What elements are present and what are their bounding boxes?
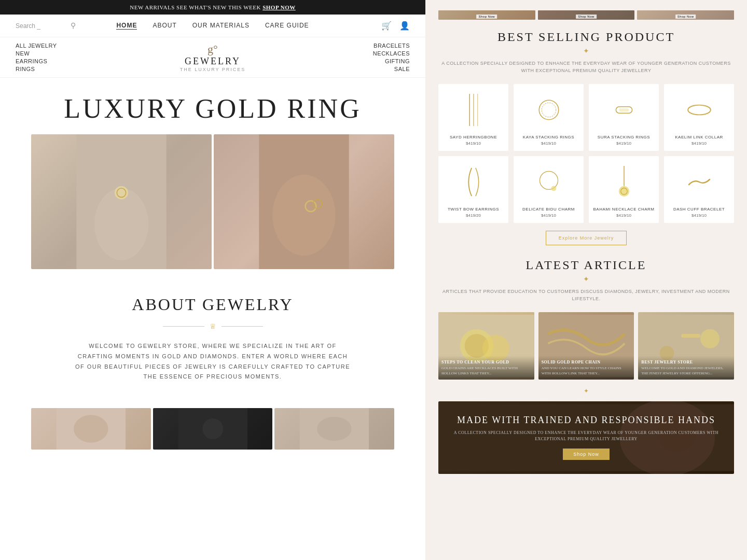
hero-image-right-placeholder: [214, 134, 394, 269]
product-price-1: $419/10: [516, 141, 581, 146]
about-title: ABOUT GEWELRY: [73, 295, 353, 314]
svg-point-26: [618, 186, 629, 197]
article-card-2[interactable]: BEST JEWELRY STORE WELCOME TO GOLD AND D…: [638, 312, 734, 380]
user-icon[interactable]: 👤: [399, 21, 410, 31]
top-shop-card-3: Shop Now: [637, 10, 734, 20]
hero-images: [0, 134, 425, 269]
svg-point-7: [313, 200, 322, 208]
right-links: BRACELETS NECKLACES GIFTING SALE: [373, 43, 410, 72]
product-price-4: $419/20: [441, 213, 506, 218]
nav-sale[interactable]: SALE: [373, 66, 410, 72]
shop-now-label-2[interactable]: Shop Now: [576, 15, 597, 19]
product-card-5[interactable]: DELICATE BIDU CHARM $419/10: [514, 156, 584, 223]
nav-about[interactable]: ABOUT: [153, 22, 176, 30]
svg-rect-4: [259, 134, 349, 269]
nav-bracelets[interactable]: BRACELETS: [373, 43, 410, 49]
product-name-5: DELICATE BIDU CHARM: [516, 207, 581, 212]
top-shop-row: Shop Now Shop Now Shop Now: [438, 10, 734, 20]
bottom-image-2: [153, 408, 273, 450]
product-img-3: [667, 89, 731, 131]
hero-title: LUXURY GOLD RING: [10, 93, 415, 124]
made-overlay: MADE WITH TRAINED AND RESPONSIBLE HANDS …: [438, 401, 734, 474]
latest-article-star: ✦: [438, 275, 734, 284]
explore-btn-wrap: Explore More Jewelry: [438, 231, 734, 245]
shop-now-label-1[interactable]: Shop Now: [476, 15, 497, 19]
product-name-0: SAYD HERRINGBONE: [441, 135, 506, 139]
top-nav: ⚲ HOME ABOUT OUR MATERIALS CARE GUIDE 🛒 …: [0, 15, 425, 37]
product-card-6[interactable]: BAHAMI NECKLACE CHARM $419/10: [589, 156, 659, 223]
product-card-0[interactable]: SAYD HERRINGBONE $419/10: [438, 84, 508, 151]
nav-care[interactable]: CARE GUIDE: [265, 22, 309, 30]
svg-point-2: [115, 186, 128, 200]
article-card-0[interactable]: STEPS TO CLEAN YOUR GOLD GOLD CHAINS ARE…: [438, 312, 534, 380]
shop-now-label-3[interactable]: Shop Now: [675, 15, 696, 19]
secondary-nav: ALL JEWELRY NEW EARRINGS RINGS g° GEWELR…: [0, 37, 425, 78]
left-links: ALL JEWELRY NEW EARRINGS RINGS: [16, 43, 57, 72]
about-text: WELCOME TO GEWELRY STORE, WHERE WE SPECI…: [73, 341, 353, 382]
hero-image-right: [214, 134, 394, 269]
product-img-5: [516, 161, 581, 203]
product-card-3[interactable]: KAELIM LINK COLLAR $419/10: [664, 84, 734, 151]
product-img-0: [441, 89, 506, 131]
logo[interactable]: g° GEWELRY THE LUXURY PRICES: [180, 43, 246, 72]
best-selling-title: BEST SELLING PRODUCT: [438, 30, 734, 44]
svg-point-24: [551, 186, 556, 191]
product-price-7: $419/10: [667, 213, 731, 218]
product-price-0: $419/10: [441, 141, 506, 146]
hero-section: LUXURY GOLD RING: [0, 78, 425, 134]
product-card-1[interactable]: KAYA STACKING RINGS $419/10: [514, 84, 584, 151]
made-shop-now-button[interactable]: Shop Now: [563, 449, 610, 460]
product-price-3: $419/10: [667, 141, 731, 146]
latest-article-title: LATEST ARTICLE: [438, 258, 734, 272]
star-divider: ✦: [438, 387, 734, 395]
article-desc-2: WELCOME TO GOLD AND DIAMOND JEWELERS, TH…: [641, 366, 731, 376]
logo-sub: THE LUXURY PRICES: [180, 67, 246, 72]
bottom-image-3: [274, 408, 394, 450]
product-card-2[interactable]: SURA STACKING RINGS $419/10: [589, 84, 659, 151]
search-icon[interactable]: ⚲: [71, 21, 76, 30]
nav-rings[interactable]: RINGS: [16, 66, 57, 72]
shop-now-link[interactable]: SHOP NOW: [262, 4, 296, 10]
product-name-1: KAYA STACKING RINGS: [516, 135, 581, 139]
right-panel: Shop Now Shop Now Shop Now BEST SELLING …: [425, 0, 747, 560]
svg-point-11: [202, 418, 223, 439]
top-shop-card-2: Shop Now: [538, 10, 635, 20]
nav-new[interactable]: NEW: [16, 50, 57, 57]
product-name-3: KAELIM LINK COLLAR: [667, 135, 731, 139]
product-img-6: [591, 161, 656, 203]
product-card-7[interactable]: DASH CUFF BRACELET $419/10: [664, 156, 734, 223]
svg-point-13: [317, 417, 352, 441]
product-grid: SAYD HERRINGBONE $419/10 KAYA STACKING R…: [438, 84, 734, 223]
product-name-2: SURA STACKING RINGS: [591, 135, 656, 139]
search-area: ⚲: [16, 21, 114, 30]
svg-point-3: [117, 188, 126, 197]
product-price-6: $419/10: [591, 213, 656, 218]
nav-home[interactable]: HOME: [116, 22, 137, 30]
nav-earrings[interactable]: EARRINGS: [16, 58, 57, 64]
article-card-1[interactable]: SOLID GOLD ROPE CHAIN AND YOU CAN LEARN …: [538, 312, 634, 380]
search-input[interactable]: [16, 22, 67, 30]
crown-icon: ♕: [210, 322, 216, 331]
cart-icon[interactable]: 🛒: [381, 21, 392, 31]
made-title: MADE WITH TRAINED AND RESPONSIBLE HANDS: [457, 415, 715, 426]
hero-image-left: [31, 134, 212, 269]
product-img-7: [667, 161, 731, 203]
svg-rect-20: [619, 108, 629, 111]
nav-all-jewelry[interactable]: ALL JEWELRY: [16, 43, 57, 49]
product-name-7: DASH CUFF BRACELET: [667, 207, 731, 212]
svg-point-1: [94, 188, 148, 260]
nav-materials[interactable]: OUR MATERIALS: [192, 22, 250, 30]
about-divider: ♕: [73, 322, 353, 331]
nav-gifting[interactable]: GIFTING: [373, 58, 410, 64]
logo-symbol: g°: [180, 43, 246, 56]
announcement-text: NEW ARRIVALS SEE WHAT'S NEW THIS WEEK: [130, 4, 262, 10]
article-desc-1: AND YOU CAN LEARN HOW TO STYLE CHAINS WI…: [542, 366, 631, 376]
left-panel: NEW ARRIVALS SEE WHAT'S NEW THIS WEEK SH…: [0, 0, 425, 560]
nav-necklaces[interactable]: NECKLACES: [373, 50, 410, 57]
article-overlay-0: STEPS TO CLEAN YOUR GOLD GOLD CHAINS ARE…: [438, 356, 534, 380]
product-card-4[interactable]: TWIST BOW EARRINGS $419/20: [438, 156, 508, 223]
explore-more-button[interactable]: Explore More Jewelry: [546, 231, 627, 245]
about-section: ABOUT GEWELRY ♕ WELCOME TO GEWELRY STORE…: [0, 269, 425, 398]
made-section: MADE WITH TRAINED AND RESPONSIBLE HANDS …: [438, 401, 734, 474]
logo-text: GEWELRY: [180, 56, 246, 67]
